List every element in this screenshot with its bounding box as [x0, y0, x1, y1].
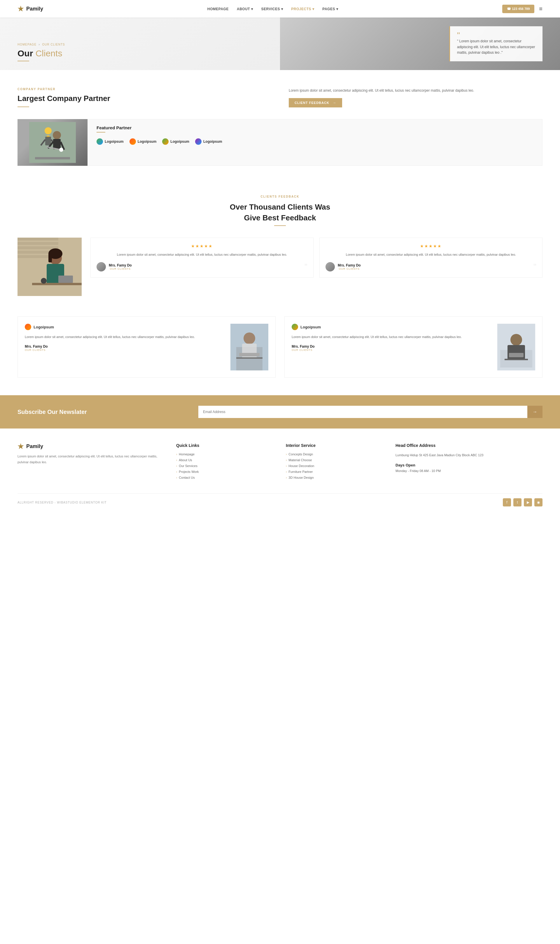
author-name-1: Mrs. Famy Do	[109, 263, 132, 267]
partner-top: COMPANY PARTNER Largest Company Partner …	[17, 88, 543, 107]
partner-test-card-1: Logoipsum Lorem ipsum dolor sit amet, co…	[17, 316, 275, 378]
svg-rect-26	[58, 276, 73, 283]
nav-links: HOMEPAGE ABOUT ▾ SERVICES ▾ PROJECTS ▾ P…	[208, 6, 338, 11]
feedback-main: ★★★★★ Lorem ipsum dolor sit amet, consec…	[17, 238, 543, 296]
footer-link-projects[interactable]: Projects Work	[179, 470, 198, 474]
nav-phone[interactable]: ☎ 123 456 789	[502, 5, 534, 13]
breadcrumb-home[interactable]: HOMEPAGE	[17, 43, 37, 46]
svg-rect-31	[236, 357, 263, 359]
featured-partner-box: Featured Partner Logoipsum Logoipsum Log…	[88, 119, 543, 166]
partner-test-grid: Logoipsum Lorem ipsum dolor sit amet, co…	[17, 316, 543, 378]
partner-test-left-1: Logoipsum Lorem ipsum dolor sit amet, co…	[25, 324, 226, 370]
facebook-icon[interactable]: f	[503, 498, 511, 506]
logo-label-4: Logoipsum	[203, 140, 222, 143]
title-underline	[17, 61, 29, 61]
navbar: Pamily HOMEPAGE ABOUT ▾ SERVICES ▾ PROJE…	[0, 0, 560, 17]
stars-1: ★★★★★	[97, 244, 308, 248]
partner-test-image-2	[497, 324, 535, 370]
svg-point-1	[45, 127, 52, 134]
youtube-icon[interactable]: ▶	[524, 498, 532, 506]
nav-homepage[interactable]: HOMEPAGE	[208, 7, 229, 11]
logo-label-2: Logoipsum	[138, 140, 157, 143]
footer-link-3d[interactable]: 3D House Design	[288, 476, 314, 479]
nav-right: ☎ 123 456 789 ≡	[502, 5, 543, 13]
logo-text: Pamily	[26, 6, 43, 12]
twitter-icon[interactable]: t	[513, 498, 522, 506]
footer-days-title: Days Open	[395, 463, 543, 467]
svg-rect-15	[17, 238, 58, 241]
instagram-icon[interactable]: ◉	[534, 498, 543, 506]
footer-logo-icon	[17, 443, 24, 449]
nav-projects[interactable]: PROJECTS ▾	[291, 7, 314, 11]
footer-link-concepts[interactable]: Concepts Design	[288, 452, 313, 456]
footer-link-item: ›About Us	[176, 458, 274, 462]
svg-rect-36	[508, 345, 525, 359]
partner-title: Largest Company Partner	[17, 94, 271, 103]
footer-link-about[interactable]: About Us	[179, 458, 192, 462]
breadcrumb: HOMEPAGE › OUR CLIENTS	[17, 43, 65, 46]
partner-img-svg-2	[497, 324, 535, 370]
logo-label-1: Logoipsum	[105, 140, 124, 143]
quote-text: " Lorem ipsum dolor sit amet, consectetu…	[457, 39, 535, 56]
client-feedback-button[interactable]: CLIENT FEEDBACK →	[289, 98, 342, 107]
footer-office-col: Head Office Address Lumbung Hidup St 425…	[395, 443, 543, 482]
social-icons: f t ▶ ◉	[503, 498, 543, 506]
footer-link-item: ›Homepage	[176, 452, 274, 456]
svg-rect-24	[32, 283, 82, 285]
footer-link-homepage[interactable]: Homepage	[179, 452, 195, 456]
partner-test-left-2: Logoipsum Lorem ipsum dolor sit amet, co…	[292, 324, 492, 370]
svg-point-35	[511, 334, 522, 346]
footer-bottom: ALLRIGHT RESERVED - WIBASTUDIO ELEMENTOR…	[17, 493, 543, 506]
hamburger-icon[interactable]: ≡	[539, 6, 543, 12]
logo-item-2: Logoipsum	[129, 138, 157, 145]
footer-link-house[interactable]: House Decoration	[288, 464, 314, 467]
footer-link-furniture[interactable]: Furniture Partner	[288, 470, 313, 474]
partner-desc: Lorem ipsum dolor sit amet, consectetur …	[289, 88, 543, 93]
footer-link-material[interactable]: Material Choose	[288, 458, 312, 462]
footer-link-item: ›Our Services	[176, 464, 274, 467]
author-avatar-2	[326, 262, 335, 271]
footer-link-item: ›Projects Work	[176, 470, 274, 474]
footer-address: Lumbung Hidup St 425 East Java Madiun Ci…	[395, 452, 543, 458]
arrow-icon: ›	[176, 476, 177, 479]
footer-link-contact[interactable]: Contact Us	[179, 476, 195, 479]
stars-2: ★★★★★	[326, 244, 536, 248]
nav-services[interactable]: SERVICES ▾	[261, 7, 283, 11]
partner-logo-icon-2	[292, 324, 298, 330]
hero-content: HOMEPAGE › OUR CLIENTS Our Clients	[0, 43, 83, 70]
nav-pages[interactable]: PAGES ▾	[322, 7, 338, 11]
logos-row: Logoipsum Logoipsum Logoipsum Logoipsum	[97, 138, 534, 145]
feedback-title: Over Thousand Clients Was Give Best Feed…	[17, 202, 543, 223]
footer-link-services[interactable]: Our Services	[179, 464, 197, 467]
logo-item-4: Logoipsum	[195, 138, 222, 145]
feedback-cards: ★★★★★ Lorem ipsum dolor sit amet, consec…	[91, 238, 543, 278]
arrow-icon: ›	[286, 470, 287, 474]
partner-img-svg-1	[231, 324, 268, 370]
author-avatar-1	[97, 262, 106, 271]
feedback-card-2: ★★★★★ Lorem ipsum dolor sit amet, consec…	[319, 238, 543, 278]
svg-point-25	[41, 278, 47, 284]
footer-link-item: ›Concepts Design	[286, 452, 384, 456]
feedback-label: CLIENTS FEEDBACK	[17, 195, 543, 198]
arrow-icon: ›	[176, 458, 177, 462]
partner-bottom: Featured Partner Logoipsum Logoipsum Log…	[17, 119, 543, 166]
svg-rect-7	[53, 139, 61, 149]
footer-quick-links-list: ›Homepage ›About Us ›Our Services ›Proje…	[176, 452, 274, 479]
footer-link-item: ›Contact Us	[176, 476, 274, 479]
newsletter-section: Subscribe Our Newslater →	[0, 395, 560, 429]
nav-about[interactable]: ABOUT ▾	[237, 7, 253, 11]
newsletter-input-wrap: →	[198, 406, 543, 418]
author-name-2: Mrs. Famy Do	[338, 263, 361, 267]
feedback-text-2: Lorem ipsum dolor sit amet, consectetur …	[326, 252, 536, 258]
newsletter-email-input[interactable]	[198, 406, 527, 418]
partner-test-image-1	[231, 324, 268, 370]
section-label-partner: COMPANY PARTNER	[17, 88, 271, 91]
feedback-card-1: ★★★★★ Lorem ipsum dolor sit amet, consec…	[91, 238, 314, 278]
nav-logo[interactable]: Pamily	[17, 6, 43, 12]
page-title: Our Clients	[17, 48, 65, 59]
partner-left: COMPANY PARTNER Largest Company Partner	[17, 88, 271, 107]
svg-rect-32	[239, 353, 260, 356]
logo-icon-2	[129, 138, 136, 145]
newsletter-submit-button[interactable]: →	[527, 406, 543, 418]
partner-test-text-2: Lorem ipsum dolor sit amet, consectetur …	[292, 334, 492, 340]
